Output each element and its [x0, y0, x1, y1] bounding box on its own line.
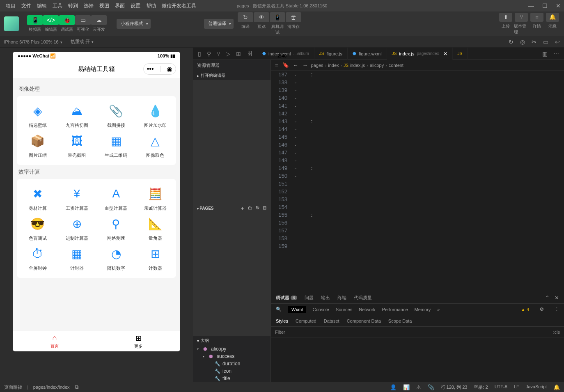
new-folder-icon[interactable]: 🗀 [248, 205, 252, 211]
styles-subtab[interactable]: Scope Data [388, 319, 412, 323]
inspect-icon[interactable]: 🔍 [276, 307, 282, 312]
tabbar-item[interactable]: ⌂首页 [13, 331, 96, 351]
cut-icon[interactable]: ✂ [532, 39, 536, 45]
action-清缓存[interactable]: 🗑 [286, 12, 301, 22]
tool-item[interactable]: ⊞计数器 [138, 245, 173, 271]
outline-node[interactable]: 🔧duration [193, 360, 271, 367]
spaces[interactable]: 空格: 2 [474, 384, 488, 390]
tool-item[interactable]: 🧮亲戚计算器 [138, 186, 173, 211]
devtools-tab[interactable]: Console [313, 307, 329, 312]
back-icon[interactable]: ← [293, 62, 298, 68]
user-icon[interactable]: 👤 [390, 384, 397, 390]
tool-item[interactable]: ⚲网络测速 [99, 215, 134, 241]
tool-item[interactable]: A血型计算器 [99, 186, 134, 211]
more-icon[interactable]: ⋯ [262, 63, 266, 68]
language-mode[interactable]: JavaScript [526, 384, 547, 390]
branch-icon[interactable]: ⑂ [217, 50, 220, 57]
page-path[interactable]: pages/index/index [33, 385, 70, 390]
search-icon[interactable]: ⚲ [207, 50, 211, 57]
split-icon[interactable]: ▥ [542, 50, 548, 57]
devtools-tab[interactable]: Performance [382, 307, 408, 312]
debugger-tab[interactable]: 代码质量 [354, 295, 372, 301]
capsule[interactable]: •••◉ [143, 63, 176, 75]
tool-item[interactable]: 😎色盲测试 [20, 215, 55, 241]
cursor-position[interactable]: 行 120, 列 23 [441, 384, 468, 390]
action-真机调试[interactable]: 📱 [270, 12, 285, 22]
tool-item[interactable]: △图像取色 [138, 133, 173, 158]
toggle-调试器[interactable]: 🐞 [59, 15, 75, 25]
tool-item[interactable]: ◔随机数字 [99, 245, 134, 271]
outline-node[interactable]: 🔧icon [193, 367, 271, 375]
collapse-icon[interactable]: ⊟ [263, 205, 266, 211]
more-icon[interactable]: ⋯ [553, 50, 559, 57]
breadcrumb-item[interactable]: alicopy [370, 63, 384, 68]
menu-item[interactable]: 项目 [3, 2, 18, 10]
close-button[interactable]: ✕ [556, 2, 561, 9]
breadcrumb-item[interactable]: index [328, 63, 339, 68]
menu-item[interactable]: 帮助 [144, 2, 158, 10]
devtools-tab[interactable]: Memory [415, 307, 431, 312]
tool-item[interactable]: 💧图片加水印 [138, 103, 173, 128]
action-上传[interactable]: ⬆上传 [498, 13, 513, 35]
chevron-up-icon[interactable]: ⌃ [545, 295, 550, 301]
warning-count[interactable]: ▲4 [521, 307, 529, 312]
devtools-tab[interactable]: Wxml [288, 306, 306, 313]
code-editor[interactable]: 1371381391401411421431441451461471481491… [271, 71, 564, 292]
styles-subtab[interactable]: Computed [296, 319, 316, 323]
menu-item[interactable]: 视图 [97, 2, 112, 10]
debugger-tab[interactable]: 输出 [321, 295, 330, 301]
eol[interactable]: LF [514, 384, 519, 390]
styles-subtab[interactable]: Component Data [347, 319, 381, 323]
phone-body[interactable]: 图像处理 ◈精选壁纸⛰九宫格切图📎截图拼接💧图片加水印📦图片压缩🖼带壳截图▦生成… [13, 78, 180, 331]
action-版本管理[interactable]: ⑂版本管理 [514, 13, 529, 35]
maximize-button[interactable]: ☐ [542, 2, 548, 9]
tabbar-item[interactable]: ⊞更多 [96, 331, 180, 351]
target-icon[interactable]: ◉ [167, 65, 172, 73]
menu-item[interactable]: 文件 [19, 2, 34, 10]
styles-subtab[interactable]: Styles [276, 319, 288, 323]
tool-item[interactable]: ¥工资计算器 [60, 186, 95, 211]
filter-input[interactable]: Filter [275, 330, 285, 335]
menu-icon[interactable]: ≡ [275, 62, 278, 68]
action-消息[interactable]: 🔔消息 [545, 13, 560, 35]
bookmark-icon[interactable]: 🔖 [282, 62, 289, 68]
debugger-tab[interactable]: 调试器4 [276, 295, 297, 301]
more-icon[interactable]: » [437, 307, 440, 312]
menu-item[interactable]: 工具 [50, 2, 65, 10]
debug-icon[interactable]: ▷ [226, 50, 230, 57]
rotate-icon[interactable]: ↻ [509, 39, 514, 45]
breadcrumb-item[interactable]: pages [311, 63, 323, 68]
styles-subtab[interactable]: Dataset [324, 319, 339, 323]
outline-node[interactable]: ▾⬢success [193, 353, 271, 360]
menu-item[interactable]: 转到 [66, 2, 80, 10]
menu-item[interactable]: 编辑 [34, 2, 49, 10]
files-icon[interactable]: ▯ [198, 50, 201, 57]
toggle-云开发[interactable]: ☁ [91, 15, 107, 25]
forward-icon[interactable]: → [303, 62, 308, 68]
outline-node[interactable]: 🔧title [193, 375, 271, 382]
opened-editors[interactable]: ▸打开的编辑器 [193, 71, 271, 80]
extensions-icon[interactable]: ⊞ [236, 50, 241, 57]
project-root[interactable]: ▾ PAGES＋🗀↻⊟ [193, 80, 271, 336]
menu-item[interactable]: 设置 [128, 2, 143, 10]
menu-item[interactable]: 选择 [81, 2, 96, 10]
tool-item[interactable]: 📎截图拼接 [99, 103, 134, 128]
debugger-tab[interactable]: 终端 [337, 295, 346, 301]
device-select[interactable]: iPhone 6/7/8 Plus 100% 16▾ [4, 39, 62, 44]
action-预览[interactable]: 👁 [254, 12, 269, 22]
gear-icon[interactable]: ⚙ [540, 307, 544, 312]
devtools-tab[interactable]: Network [359, 307, 375, 312]
debugger-tab[interactable]: 问题 [305, 295, 314, 301]
outline-header[interactable]: ▾大纲 [193, 336, 271, 345]
cls-toggle[interactable]: :cls [553, 330, 560, 335]
device-icon[interactable]: ▭ [543, 39, 548, 45]
menu-item[interactable]: 微信开发者工具 [159, 2, 199, 10]
toggle-编辑器[interactable]: </> [43, 15, 59, 25]
chart-icon[interactable]: 📊 [403, 384, 410, 390]
outline-node[interactable]: ▾⬢alicopy [193, 345, 271, 353]
tool-item[interactable]: ⊕进制计算器 [60, 215, 95, 241]
toggle-模拟器[interactable]: 📱 [27, 15, 43, 25]
tool-item[interactable]: ▦生成二维码 [99, 133, 134, 158]
new-file-icon[interactable]: ＋ [240, 205, 245, 211]
toggle-可视化[interactable]: ▭ [75, 15, 91, 25]
